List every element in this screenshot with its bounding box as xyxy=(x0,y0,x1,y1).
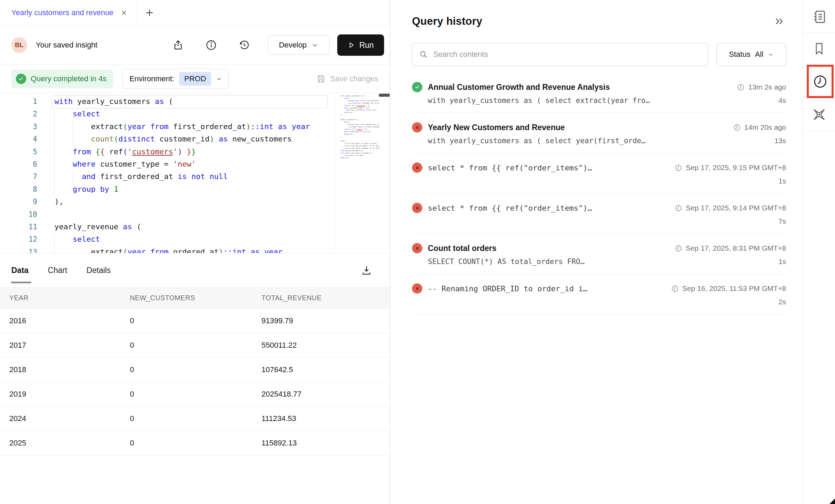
line-number: 11 xyxy=(0,221,37,233)
history-list: Annual Customer Growth and Revenue Analy… xyxy=(412,73,786,315)
play-icon xyxy=(348,41,355,49)
bookmark-button[interactable] xyxy=(803,39,835,59)
share-button[interactable] xyxy=(171,38,186,53)
history-item[interactable]: select * from {{ ref("order_items")…Sep … xyxy=(412,194,786,234)
history-item-query: select * from {{ ref("order_items")… xyxy=(428,164,592,172)
search-icon xyxy=(419,50,428,59)
status-error-icon xyxy=(412,243,422,253)
table-cell: 2025418.77 xyxy=(261,390,390,399)
table-row[interactable]: 201902025418.77 xyxy=(0,382,390,407)
code-line: sum(order_total) as total_revenue xyxy=(340,126,379,128)
code-line: select xyxy=(340,121,379,124)
table-row[interactable]: 20250115892.13 xyxy=(0,431,390,455)
double-chevron-right-icon xyxy=(774,16,784,27)
success-check-icon xyxy=(16,74,26,84)
code-line: extract(year from first_ordered_at)::int… xyxy=(340,100,379,102)
editor-code[interactable]: with yearly_customers as ( select extrac… xyxy=(54,95,334,253)
table-cell: 0 xyxy=(130,316,261,325)
table-cell: 107642.5 xyxy=(261,365,390,374)
history-item[interactable]: select * from {{ ref("order_items")…Sep … xyxy=(412,154,786,193)
column-header-new-customers: NEW_CUSTOMERS xyxy=(130,294,261,302)
code-line: where ordered_at is not null xyxy=(340,131,379,133)
notebook-button[interactable] xyxy=(803,6,835,27)
app-window: Yearly customers and revenue BL Your sav… xyxy=(0,0,835,504)
code-line xyxy=(54,208,334,221)
tab-title: Yearly customers and revenue xyxy=(11,8,113,17)
tab-bar: Yearly customers and revenue xyxy=(0,0,390,26)
code-line: coalesce(yc.new_customers, 0) as new_cus… xyxy=(340,145,379,147)
table-row[interactable]: 20170550011.22 xyxy=(0,333,390,358)
column-header-total-revenue: TOTAL_REVENUE xyxy=(261,294,390,302)
resize-corner xyxy=(829,498,835,504)
table-row[interactable]: 20180107642.5 xyxy=(0,358,390,382)
run-label: Run xyxy=(359,41,374,50)
status-error-icon xyxy=(412,162,422,173)
search-box[interactable] xyxy=(412,43,708,66)
tab-details[interactable]: Details xyxy=(86,253,111,287)
query-history-panel: Query history Status All Annual Customer… xyxy=(391,0,803,504)
table-cell: 91399.79 xyxy=(261,316,390,325)
scrollbar-thumb[interactable] xyxy=(379,94,390,97)
table-row[interactable]: 20240111234.53 xyxy=(0,407,390,431)
code-line: extract(year from first_ordered_at)::int… xyxy=(54,120,334,133)
results-panel: Data Chart Details YEAR NEW_CUSTOMERS TO… xyxy=(0,253,390,504)
new-tab-button[interactable] xyxy=(137,0,162,25)
share-icon xyxy=(172,39,184,51)
line-number: 5 xyxy=(0,146,37,158)
query-status-badge: Query completed in 4s xyxy=(11,70,113,88)
history-item-duration: 1s xyxy=(779,177,786,185)
download-button[interactable] xyxy=(359,263,374,278)
code-line xyxy=(340,116,379,119)
explore-button[interactable] xyxy=(803,104,835,125)
tab-chart[interactable]: Chart xyxy=(48,253,67,287)
chevron-down-icon xyxy=(768,52,774,57)
history-item-timestamp: Sep 16, 2025, 11:53 PM GMT+8 xyxy=(664,284,786,293)
tab-data[interactable]: Data xyxy=(11,253,29,287)
query-history-button-highlighted[interactable] xyxy=(807,65,834,98)
table-cell: 2016 xyxy=(0,316,130,325)
info-button[interactable] xyxy=(204,38,219,53)
history-item[interactable]: Count total ordersSep 17, 2025, 8:31 PM … xyxy=(412,234,786,274)
status-error-icon xyxy=(412,203,422,213)
collapse-panel-button[interactable] xyxy=(772,14,786,28)
download-icon xyxy=(361,264,372,276)
code-line: with yearly_customers as ( xyxy=(54,95,334,108)
status-filter-label: Status xyxy=(729,50,750,59)
status-error-icon xyxy=(412,283,422,294)
environment-selector[interactable]: Environment: PROD xyxy=(122,69,229,89)
bookmark-icon xyxy=(812,41,827,56)
line-number: 8 xyxy=(0,183,37,196)
sql-editor[interactable]: 12345678910111213 with yearly_customers … xyxy=(0,93,390,253)
history-item-title: Count total orders xyxy=(428,244,496,253)
code-line: count(distinct customer_id) as new_custo… xyxy=(54,133,334,145)
line-number: 2 xyxy=(0,108,37,120)
tab-yearly-customers-and-revenue[interactable]: Yearly customers and revenue xyxy=(0,0,137,25)
code-line: extract(year from ordered_at)::int as ye… xyxy=(54,246,334,253)
history-item-duration: 1s xyxy=(779,258,786,266)
history-item[interactable]: Annual Customer Growth and Revenue Analy… xyxy=(412,73,786,113)
code-line: extract(year from ordered_at)::int as ye… xyxy=(340,124,379,126)
save-changes-button[interactable]: Save changes xyxy=(316,74,378,84)
chevron-down-icon xyxy=(216,76,222,82)
results-tabs: Data Chart Details xyxy=(0,253,390,287)
develop-dropdown[interactable]: Develop xyxy=(268,35,330,55)
table-cell: 0 xyxy=(130,414,261,423)
history-item-timestamp: Sep 17, 2025, 9:14 PM GMT+8 xyxy=(668,204,786,212)
search-input[interactable] xyxy=(433,50,701,59)
close-tab-icon[interactable] xyxy=(120,9,128,17)
environment-value: PROD xyxy=(179,72,212,86)
line-number: 7 xyxy=(0,170,37,183)
status-filter-dropdown[interactable]: Status All xyxy=(717,43,786,66)
avatar[interactable]: BL xyxy=(11,37,27,53)
table-row[interactable]: 2016091399.79 xyxy=(0,309,390,333)
code-line: coalesce(yc.year, yr.year) as year, xyxy=(340,143,379,145)
history-item-query: with yearly_customers as ( select year(f… xyxy=(428,137,646,145)
notebook-icon xyxy=(811,9,827,24)
history-item[interactable]: -- Renaming ORDER_ID to order_id i…Sep 1… xyxy=(412,274,786,314)
history-item[interactable]: Yearly New Customers and Revenue14m 20s … xyxy=(412,113,786,153)
editor-minimap[interactable]: with yearly_customers as ( select extrac… xyxy=(335,95,379,251)
code-line: from yearly_customers yc xyxy=(340,150,379,152)
version-history-button[interactable] xyxy=(237,38,252,53)
code-line: select xyxy=(54,233,334,245)
run-button[interactable]: Run xyxy=(337,34,384,56)
